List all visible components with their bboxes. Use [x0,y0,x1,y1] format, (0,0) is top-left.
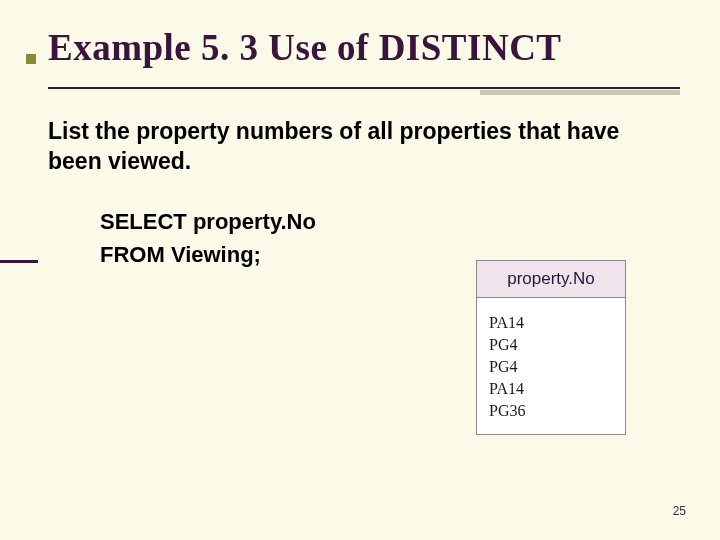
title-bullet-icon [26,54,36,64]
table-row: PA14 [477,298,626,335]
col-header-propertyno: property.No [477,261,626,298]
table-row: PG4 [477,334,626,356]
page-number: 25 [673,504,686,518]
rule-shadow [480,90,680,95]
side-accent-bar [0,260,38,263]
table-row: PG4 [477,356,626,378]
slide-title: Example 5. 3 Use of DISTINCT [48,26,672,69]
sql-line-1: SELECT property.No [100,205,672,238]
table-row: PA14 [477,378,626,400]
cell-propertyno: PG4 [477,334,626,356]
slide: Example 5. 3 Use of DISTINCT List the pr… [0,0,720,540]
table-row: PG36 [477,400,626,435]
title-rule [48,87,672,89]
cell-propertyno: PG4 [477,356,626,378]
table-header-row: property.No [477,261,626,298]
cell-propertyno: PG36 [477,400,626,435]
rule-line [48,87,680,89]
title-block: Example 5. 3 Use of DISTINCT [48,26,672,89]
cell-propertyno: PA14 [477,378,626,400]
cell-propertyno: PA14 [477,298,626,335]
question-text: List the property numbers of all propert… [48,117,672,177]
result-table: property.No PA14 PG4 PG4 PA14 PG36 [476,260,626,435]
